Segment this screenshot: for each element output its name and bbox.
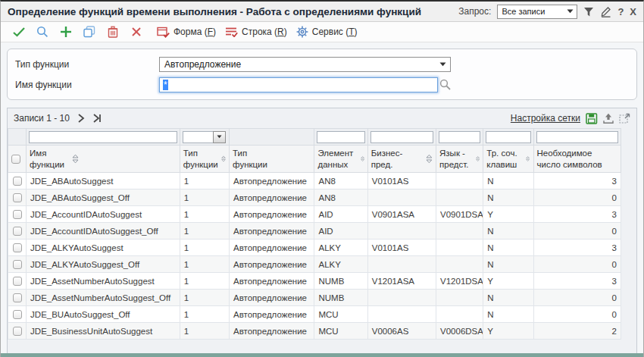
cell-language-view	[436, 173, 483, 189]
form-menu-button[interactable]: Форма (F)	[157, 27, 216, 38]
table-row[interactable]: JDE_BUAutoSuggest_Off 1 Автопредложение …	[8, 306, 621, 323]
table-row[interactable]: JDE_AccountIDAutoSuggest_Off 1 Автопредл…	[8, 223, 621, 240]
select-all-checkbox[interactable]	[11, 155, 20, 164]
filter-input-required-chars[interactable]	[536, 131, 619, 143]
records-bar: Записи 1 - 10 Настройка сетки	[8, 108, 636, 128]
table-row[interactable]: JDE_ALKYAutoSuggest_Off 1 Автопредложени…	[8, 256, 621, 273]
edit-pencil-icon[interactable]	[600, 6, 611, 17]
filter-input-function-name[interactable]	[29, 131, 177, 143]
select-ok-button[interactable]	[7, 27, 30, 37]
filter-type-dropdown-button[interactable]	[213, 131, 226, 143]
table-row[interactable]: JDE_BusinessUnitAutoSuggest 1 Автопредло…	[8, 323, 621, 340]
table-row[interactable]: JDE_AssetNumberAutoSuggest_Off 1 Автопре…	[8, 290, 621, 306]
filter-cell-hotkey	[483, 129, 533, 146]
filter-input-language-view[interactable]	[439, 131, 480, 143]
column-header-business-view[interactable]: Бизнес-пред.	[367, 146, 436, 173]
cell-business-view: V1201ASA	[367, 273, 436, 290]
query-select[interactable]: Все записи	[497, 5, 577, 19]
row-select-cell	[8, 173, 27, 189]
detach-grid-button[interactable]	[619, 113, 630, 124]
column-header-data-item[interactable]: Элемент данных	[314, 146, 367, 173]
function-type-select[interactable]: Автопредложение	[159, 57, 451, 72]
last-page-button[interactable]	[92, 114, 102, 123]
cell-function-type-name: Автопредложение	[230, 323, 314, 340]
cell-language-view	[436, 256, 483, 273]
table-row[interactable]: JDE_ALKYAutoSuggest 1 Автопредложение AL…	[8, 240, 621, 256]
table-row[interactable]: JDE_AssetNumberAutoSuggest 1 Автопредлож…	[8, 273, 621, 290]
function-type-value: Автопредложение	[164, 59, 241, 70]
help-button[interactable]: ?	[617, 7, 624, 17]
column-header-function-type-code[interactable]: Тип функции	[180, 146, 229, 173]
filter-input-data-item[interactable]	[317, 131, 364, 143]
export-grid-button[interactable]	[586, 113, 598, 124]
grid-header-row: Имя функции Тип функции Тип функции Элем…	[8, 146, 621, 173]
cell-function-name: JDE_AssetNumberAutoSuggest_Off	[27, 290, 180, 306]
tools-menu-button[interactable]: Сервис (T)	[296, 26, 358, 38]
chevron-down-icon	[217, 135, 222, 139]
gear-icon	[296, 26, 308, 38]
cell-hotkey: N	[483, 240, 533, 256]
column-header-function-type-name[interactable]: Тип функции	[230, 146, 314, 173]
cell-required-chars: 0	[533, 223, 621, 240]
sort-icon	[526, 154, 530, 164]
row-menu-button[interactable]: Строка (R)	[225, 27, 287, 37]
cell-business-view	[367, 256, 436, 273]
cell-language-view	[436, 240, 483, 256]
cell-function-type-name: Автопредложение	[230, 223, 314, 240]
row-checkbox[interactable]	[13, 243, 22, 252]
visual-assist-search-button[interactable]	[439, 79, 452, 91]
filter-input-function-type[interactable]	[183, 131, 213, 143]
add-button[interactable]	[54, 26, 77, 38]
row-checkbox[interactable]	[13, 293, 22, 302]
function-name-label: Имя функции	[15, 80, 159, 90]
row-select-cell	[8, 306, 27, 323]
row-checkbox[interactable]	[13, 277, 22, 286]
row-select-cell	[8, 240, 27, 256]
filter-input-business-view[interactable]	[370, 131, 433, 143]
filter-cell-type-name	[230, 129, 314, 146]
find-button[interactable]	[30, 26, 54, 38]
row-checkbox[interactable]	[13, 310, 22, 319]
function-name-value: *	[163, 80, 168, 90]
column-header-hotkey[interactable]: Тр. соч. клавиш	[483, 146, 533, 173]
query-form-panel: Тип функции Автопредложение Имя функции …	[7, 49, 637, 100]
close-window-button[interactable]: X	[630, 7, 636, 17]
table-row[interactable]: JDE_AccountIDAutoSuggest 1 Автопредложен…	[8, 206, 621, 223]
cell-function-name: JDE_AssetNumberAutoSuggest	[27, 273, 180, 290]
close-form-button[interactable]	[124, 27, 148, 37]
plus-icon	[60, 26, 72, 38]
row-checkbox[interactable]	[13, 260, 22, 269]
row-checkbox[interactable]	[13, 210, 22, 219]
function-name-input[interactable]: *	[159, 77, 438, 92]
row-checkbox[interactable]	[13, 193, 22, 202]
column-header-function-name[interactable]: Имя функции	[27, 146, 180, 173]
form-exit-icon	[157, 27, 170, 38]
table-row[interactable]: JDE_ABAutoSuggest_Off 1 Автопредложение …	[8, 189, 621, 206]
row-select-cell	[8, 256, 27, 273]
cell-function-name: JDE_AccountIDAutoSuggest	[27, 206, 180, 223]
row-select-cell	[8, 189, 27, 206]
filter-icon[interactable]	[583, 7, 594, 17]
row-checkbox[interactable]	[13, 177, 22, 186]
table-row[interactable]: JDE_ABAutoSuggest 1 Автопредложение AN8 …	[8, 173, 621, 189]
filter-cell-name	[27, 129, 180, 146]
sort-icon	[361, 154, 364, 164]
cell-function-type-code: 1	[180, 173, 229, 189]
row-checkbox[interactable]	[13, 227, 22, 236]
tools-menu-label: Сервис (T)	[312, 27, 358, 37]
next-page-button[interactable]	[77, 114, 85, 123]
cell-hotkey: N	[483, 173, 533, 189]
column-header-language-view[interactable]: Язык - предст.	[436, 146, 483, 173]
copy-button[interactable]	[77, 26, 101, 38]
upload-icon	[603, 113, 614, 124]
import-grid-button[interactable]	[603, 113, 614, 124]
cell-language-view: V0006DSA	[436, 323, 483, 340]
cell-language-view	[436, 189, 483, 206]
delete-button[interactable]	[101, 26, 124, 38]
detach-icon	[619, 113, 630, 124]
grid-settings-link[interactable]: Настройка сетки	[511, 113, 580, 124]
sort-icon	[476, 154, 480, 164]
filter-input-hotkey[interactable]	[486, 131, 530, 143]
column-header-required-chars[interactable]: Необходимое число символов	[533, 146, 621, 173]
row-checkbox[interactable]	[13, 327, 22, 336]
